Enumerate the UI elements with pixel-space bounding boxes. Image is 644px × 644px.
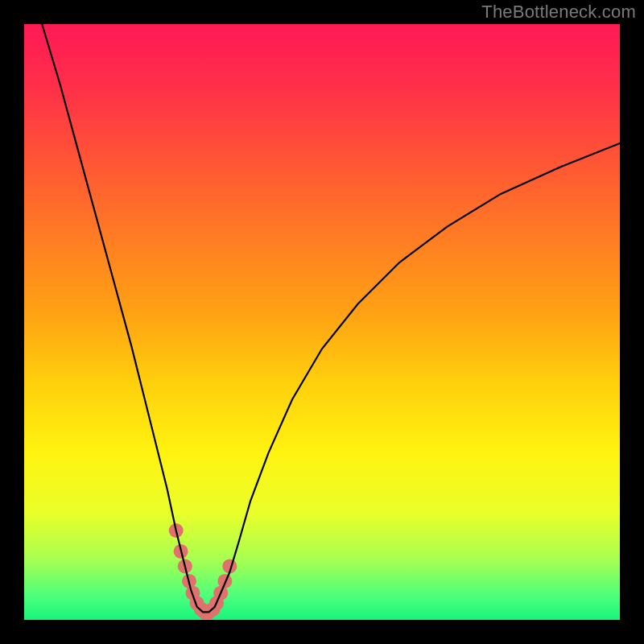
outer-frame: TheBottleneck.com (0, 0, 644, 644)
bottleneck-chart (0, 0, 644, 644)
watermark-text: TheBottleneck.com (481, 2, 636, 23)
plot-background (24, 24, 620, 620)
